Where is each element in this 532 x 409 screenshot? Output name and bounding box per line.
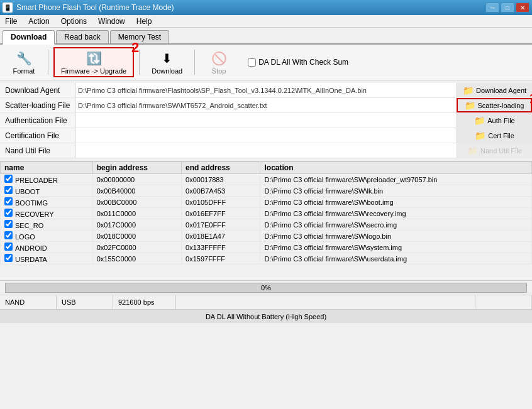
row-checkbox[interactable] bbox=[4, 209, 13, 217]
scatter-button[interactable]: 📁 Scatter-loading 1 bbox=[457, 98, 532, 112]
file-row-nand: Nand Util File 📁 Nand Util File bbox=[0, 143, 532, 158]
file-row-download-agent: Download Agent 📁 Download Agent bbox=[0, 83, 532, 98]
menu-action[interactable]: Action bbox=[26, 17, 52, 26]
cell-name: ANDROID bbox=[1, 242, 93, 253]
cell-location: D:\Primo C3 official firmware\SW\userdat… bbox=[260, 253, 532, 264]
table-container: name begin address end address location … bbox=[0, 161, 532, 280]
cell-name: PRELOADER bbox=[1, 174, 93, 185]
toolbar-sep-3 bbox=[194, 50, 195, 75]
nand-input[interactable] bbox=[75, 143, 457, 158]
cell-location: D:\Primo C3 official firmware\SW\recover… bbox=[260, 208, 532, 219]
cell-name: RECOVERY bbox=[1, 208, 93, 219]
cell-begin: 0x02FC0000 bbox=[92, 242, 181, 253]
row-checkbox[interactable] bbox=[4, 254, 13, 262]
status-empty1 bbox=[176, 295, 475, 309]
folder-icon-4: 📁 bbox=[467, 146, 478, 156]
maximize-button[interactable]: □ bbox=[501, 3, 514, 13]
table-row: BOOTIMG 0x00BC0000 0x0105DFFF D:\Primo C… bbox=[1, 197, 532, 208]
row-checkbox[interactable] bbox=[4, 231, 13, 239]
file-rows: Download Agent 📁 Download Agent Scatter-… bbox=[0, 80, 532, 161]
status-bar: NAND USB 921600 bps bbox=[0, 295, 532, 309]
row-checkbox[interactable] bbox=[4, 243, 13, 251]
cell-end: 0x0105DFFF bbox=[182, 197, 260, 208]
cell-begin: 0x017C0000 bbox=[92, 219, 181, 231]
menu-file[interactable]: File bbox=[3, 17, 19, 26]
cert-input[interactable] bbox=[75, 128, 457, 143]
folder-icon-1: 📁 bbox=[465, 101, 475, 111]
download-agent-label: Download Agent bbox=[0, 83, 75, 97]
nand-btn-label: Nand Util File bbox=[480, 147, 522, 155]
minimize-button[interactable]: ─ bbox=[485, 3, 499, 13]
menu-bar: File Action Options Window Help bbox=[0, 15, 532, 28]
title-bar-left: 📱 Smart Phone Flash Tool (Runtime Trace … bbox=[3, 3, 174, 13]
auth-label: Authentication File bbox=[0, 113, 75, 128]
cell-end: 0x133FFFFF bbox=[182, 242, 260, 253]
download-agent-input[interactable] bbox=[75, 83, 457, 97]
stop-button[interactable]: 🚫 Stop bbox=[200, 48, 238, 77]
nand-button: 📁 Nand Util File bbox=[457, 143, 532, 158]
cert-button[interactable]: 📁 Cert File bbox=[457, 128, 532, 143]
cell-begin: 0x00B40000 bbox=[92, 185, 181, 197]
auth-button[interactable]: 📁 Auth File bbox=[457, 113, 532, 128]
toolbar: 🔧 Format 🔃 Firmware -> Upgrade 2 ⬇ Downl… bbox=[0, 45, 532, 80]
cell-begin: 0x011C0000 bbox=[92, 208, 181, 219]
col-begin: begin address bbox=[92, 162, 181, 174]
status-empty2 bbox=[475, 295, 532, 309]
firmware-upgrade-label: Firmware -> Upgrade bbox=[61, 67, 126, 75]
format-button[interactable]: 🔧 Format bbox=[5, 48, 43, 77]
stop-icon: 🚫 bbox=[209, 50, 229, 67]
cell-end: 0x1597FFFF bbox=[182, 253, 260, 264]
cell-name: BOOTIMG bbox=[1, 197, 93, 208]
cert-btn-label: Cert File bbox=[488, 132, 514, 139]
cell-begin: 0x155C0000 bbox=[92, 253, 181, 264]
row-checkbox[interactable] bbox=[4, 186, 13, 194]
download-label: Download bbox=[152, 67, 182, 75]
da-checkbox-label: DA DL All With Check Sum bbox=[258, 58, 348, 67]
toolbar-sep-1 bbox=[48, 50, 48, 75]
tab-readback[interactable]: Read back bbox=[56, 30, 108, 43]
status-nand: NAND bbox=[0, 295, 57, 309]
status-bar2-text: DA DL All Without Battery (High Speed) bbox=[0, 313, 532, 320]
status-bps: 921600 bps bbox=[113, 295, 176, 309]
menu-help[interactable]: Help bbox=[134, 17, 155, 26]
download-agent-button[interactable]: 📁 Download Agent bbox=[457, 83, 532, 97]
nand-label: Nand Util File bbox=[0, 143, 75, 158]
row-checkbox[interactable] bbox=[4, 175, 13, 183]
menu-window[interactable]: Window bbox=[96, 17, 128, 26]
format-icon: 🔧 bbox=[14, 50, 34, 67]
firmware-upgrade-button[interactable]: 🔃 Firmware -> Upgrade 2 bbox=[53, 47, 134, 77]
app-icon: 📱 bbox=[3, 3, 13, 13]
tab-memorytest[interactable]: Memory Test bbox=[110, 30, 169, 43]
download-icon: ⬇ bbox=[157, 50, 177, 67]
table-row: PRELOADER 0x00000000 0x00017883 D:\Primo… bbox=[1, 174, 532, 185]
window-controls[interactable]: ─ □ ✕ bbox=[485, 3, 529, 13]
cell-name: SEC_RO bbox=[1, 219, 93, 231]
tab-bar: Download Read back Memory Test bbox=[0, 28, 532, 45]
row-checkbox[interactable] bbox=[4, 220, 13, 228]
file-row-scatter: Scatter-loading File 📁 Scatter-loading 1 bbox=[0, 98, 532, 113]
cell-end: 0x00B7A453 bbox=[182, 185, 260, 197]
firmware-table: name begin address end address location … bbox=[0, 161, 532, 264]
download-button[interactable]: ⬇ Download bbox=[145, 48, 189, 77]
col-end: end address bbox=[182, 162, 260, 174]
window-title: Smart Phone Flash Tool (Runtime Trace Mo… bbox=[16, 3, 174, 12]
row-checkbox[interactable] bbox=[4, 197, 13, 205]
table-row: UBOOT 0x00B40000 0x00B7A453 D:\Primo C3 … bbox=[1, 185, 532, 197]
cell-location: D:\Primo C3 official firmware\SW\preload… bbox=[260, 174, 532, 185]
cell-name: USRDATA bbox=[1, 253, 93, 264]
cell-begin: 0x018C0000 bbox=[92, 231, 181, 242]
cell-begin: 0x00BC0000 bbox=[92, 197, 181, 208]
firmware-upgrade-icon: 🔃 bbox=[84, 50, 104, 67]
scatter-input[interactable] bbox=[75, 98, 457, 112]
status-usb: USB bbox=[57, 295, 113, 309]
auth-input[interactable] bbox=[75, 113, 457, 128]
file-row-cert: Certification File 📁 Cert File bbox=[0, 128, 532, 143]
tab-download[interactable]: Download bbox=[3, 30, 55, 45]
cell-end: 0x017E0FFF bbox=[182, 219, 260, 231]
menu-options[interactable]: Options bbox=[58, 17, 89, 26]
da-checkbox-area[interactable]: DA DL All With Check Sum bbox=[248, 58, 348, 67]
col-location: location bbox=[260, 162, 532, 174]
cell-end: 0x018E1A47 bbox=[182, 231, 260, 242]
close-button[interactable]: ✕ bbox=[516, 3, 529, 13]
da-checkbox[interactable] bbox=[248, 58, 256, 67]
